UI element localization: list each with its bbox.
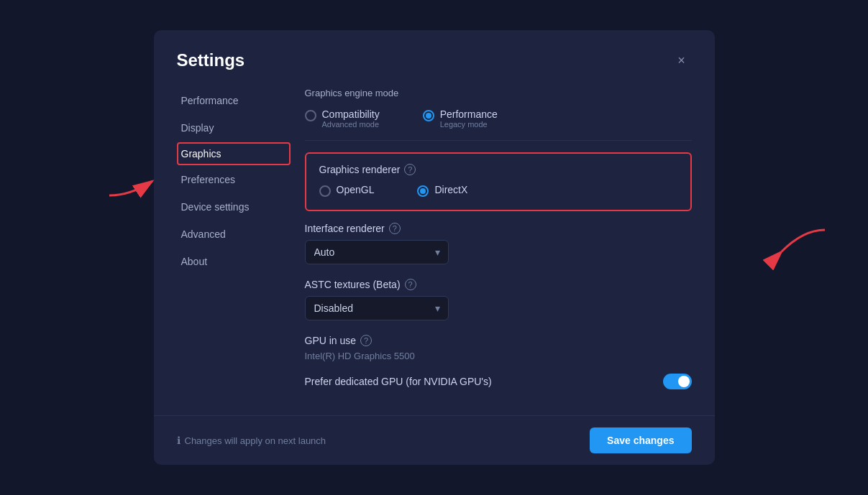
opengl-radio[interactable]	[319, 185, 331, 197]
directx-label: DirectX	[434, 184, 467, 195]
save-changes-button[interactable]: Save changes	[590, 427, 691, 453]
footer-note-text: Changes will apply on next launch	[185, 435, 326, 446]
close-button[interactable]: ×	[672, 50, 692, 70]
engine-performance-option[interactable]: Performance Legacy mode	[423, 108, 498, 129]
engine-mode-group: Compatibility Advanced mode Performance …	[305, 108, 692, 129]
info-icon: ℹ	[177, 435, 181, 446]
sidebar-item-device-settings[interactable]: Device settings	[177, 194, 291, 220]
sidebar-item-graphics[interactable]: Graphics	[177, 142, 291, 165]
engine-compatibility-label: Compatibility	[322, 108, 380, 120]
directx-radio[interactable]	[417, 185, 429, 197]
dialog-title: Settings	[177, 50, 245, 70]
gpu-label: GPU in use	[305, 335, 357, 346]
dialog-header: Settings ×	[154, 30, 715, 82]
interface-renderer-help-icon[interactable]: ?	[389, 223, 401, 234]
directx-option[interactable]: DirectX	[417, 184, 467, 197]
dedicated-gpu-row: Prefer dedicated GPU (for NVIDIA GPU's)	[305, 374, 692, 389]
engine-compatibility-sublabel: Advanced mode	[322, 120, 380, 129]
gpu-section: GPU in use ? Intel(R) HD Graphics 5500	[305, 335, 692, 362]
sidebar-item-about[interactable]: About	[177, 249, 291, 274]
gpu-value: Intel(R) HD Graphics 5500	[305, 351, 415, 361]
interface-renderer-select[interactable]: Auto OpenGL DirectX Software	[305, 240, 449, 264]
gpu-help-icon[interactable]: ?	[360, 335, 372, 346]
interface-renderer-section: Interface renderer ? Auto OpenGL DirectX…	[305, 223, 692, 264]
interface-renderer-label: Interface renderer	[305, 223, 385, 234]
sidebar: Performance Display Graphics Preferences…	[154, 82, 291, 415]
sidebar-item-performance[interactable]: Performance	[177, 88, 291, 114]
engine-performance-sublabel: Legacy mode	[440, 120, 498, 129]
engine-performance-radio[interactable]	[423, 110, 434, 121]
renderer-radio-group: OpenGL DirectX	[319, 184, 677, 197]
engine-compatibility-radio[interactable]	[305, 110, 316, 121]
astc-help-icon[interactable]: ?	[405, 279, 416, 290]
sidebar-item-preferences[interactable]: Preferences	[177, 167, 291, 193]
astc-section: ASTC textures (Beta) ? Disabled Enabled	[305, 279, 692, 320]
dedicated-gpu-label: Prefer dedicated GPU (for NVIDIA GPU's)	[305, 376, 492, 387]
dialog-body: Performance Display Graphics Preferences…	[154, 82, 715, 415]
dedicated-gpu-toggle[interactable]	[663, 374, 692, 389]
footer-note: ℹ Changes will apply on next launch	[177, 435, 326, 446]
sidebar-item-advanced[interactable]: Advanced	[177, 221, 291, 247]
astc-label: ASTC textures (Beta)	[305, 279, 401, 290]
settings-dialog: Settings × Performance Display Graphics …	[154, 30, 715, 465]
renderer-box: Graphics renderer ? OpenGL DirectX	[305, 152, 692, 211]
astc-select[interactable]: Disabled Enabled	[305, 296, 449, 320]
engine-mode-title: Graphics engine mode	[305, 88, 692, 98]
engine-compatibility-option[interactable]: Compatibility Advanced mode	[305, 108, 380, 129]
astc-wrapper: Disabled Enabled	[305, 296, 449, 320]
opengl-option[interactable]: OpenGL	[319, 184, 375, 197]
renderer-help-icon[interactable]: ?	[404, 164, 416, 175]
sidebar-item-display[interactable]: Display	[177, 115, 291, 141]
opengl-label: OpenGL	[337, 184, 375, 195]
dialog-footer: ℹ Changes will apply on next launch Save…	[154, 415, 715, 465]
renderer-title: Graphics renderer	[319, 164, 401, 175]
divider-1	[305, 140, 692, 141]
interface-renderer-wrapper: Auto OpenGL DirectX Software	[305, 240, 449, 264]
content-area: Graphics engine mode Compatibility Advan…	[291, 82, 715, 415]
engine-performance-label: Performance	[440, 108, 498, 120]
